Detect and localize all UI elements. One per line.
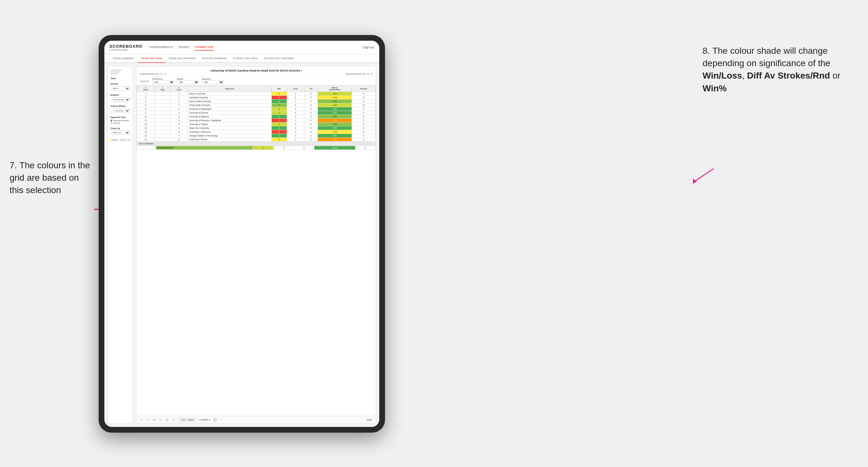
undo-btn[interactable]: ↩ [140,418,143,422]
cell-opponent: University of Alabama [188,115,272,119]
cell-win: 4 [271,103,287,107]
sub-nav-player-h2h-heatmap[interactable]: PLAYER H2H HEATMAP [260,54,297,62]
school-select[interactable]: 1. University of Nort... [111,108,130,113]
cell-conf: 1 [170,92,187,96]
cell-loss: 0 [287,107,304,111]
sidebar-school-section: School (Rank) 1. University of Nort... [111,105,130,113]
cell-win: 2 [271,92,287,96]
step-back-btn[interactable]: ⟵ [152,418,157,422]
cell-opponent: Arizona State University [188,100,272,103]
legend-up-dot [126,138,127,142]
share-btn[interactable]: Share [367,418,373,421]
view-original-btn[interactable]: View: Original [179,418,197,422]
table-row: 6 2 Florida State University 4 2 0 1.83 … [137,103,376,107]
nav-links: TOURNAMENTS TEAMS COMMITTEE [149,44,356,51]
cell-loss: 1 [287,130,304,134]
cell-loss: 1 [287,92,304,96]
table-row: 4 - 1 Arizona State University 5 1 0 2.2… [137,100,376,103]
legend-down-label: Down [112,139,117,141]
division-select[interactable]: NCAA Division I [111,97,130,102]
cell-rank: 3 [137,96,155,100]
cell-rounds: 3 [351,119,375,122]
cell-diff: 9.00 [318,111,351,115]
cell-reg [155,134,170,138]
paste-btn[interactable]: 📋 [164,418,169,422]
cell-tie: 0 [304,103,317,107]
cell-win: 0 [271,130,287,134]
sub-nav-player-h2h-grid[interactable]: PLAYER H2H GRID [230,54,261,62]
eye-icon: 👁 [199,418,202,421]
region-filter: Region (All) [177,78,199,84]
conference-select[interactable]: (All) [152,80,174,84]
region-select[interactable]: (All) [177,80,199,84]
sidebar-colour-by-section: Colour by Win/Loss [111,127,130,135]
cell-tie: 0 [304,92,317,96]
nav-teams[interactable]: TEAMS [179,44,189,51]
cell-conf: 1 [170,126,187,130]
cell-conf: 5 [170,115,187,119]
legend-down-dot [111,138,111,142]
grid-title: University of North Carolina Head-to-Hea… [140,69,373,72]
redo-btn[interactable]: ↪ [146,418,149,422]
cell-loss: 0 [287,115,304,119]
sidebar-opponent-view-section: Opponent View Opponents Played Top 100 [111,116,130,124]
cell-opponent: Auburn University [188,92,272,96]
nav-tournaments[interactable]: TOURNAMENTS [149,44,173,51]
sub-nav: TEAM SUMMARY TEAM H2H GRID TEAM H2H HEAT… [104,54,379,63]
sidebar-gender-label: Gender [111,83,130,85]
sidebar-gender-section: Gender Men's [111,83,130,91]
cell-loss: 2 [287,103,304,107]
table-body: 2 - 1 Auburn University 2 1 0 1.67 9 3 2… [137,92,376,142]
comment-btn[interactable]: 💬 [213,418,217,422]
cell-reg [155,96,170,100]
cell-loss: 0 [287,134,304,138]
sub-nav-player-summary[interactable]: PLAYER SUMMARY [199,54,230,62]
sub-nav-team-summary[interactable]: TEAM SUMMARY [110,54,138,62]
cell-conf: 3 [170,111,187,115]
ood-reg [143,146,150,150]
opponent-select[interactable]: (All) [202,80,224,84]
radio-top100[interactable]: Top 100 [111,122,130,124]
cell-rank: 16 [137,138,155,142]
gender-select[interactable]: Men's [111,86,130,91]
clock-btn[interactable]: 🕐 [172,418,176,422]
grid-icon: :: [220,418,222,422]
copy-btn[interactable]: ⎘ [159,418,162,422]
legend-level-label: Level [120,139,124,141]
arrow-right-svg [690,165,715,185]
cell-diff: 4.50 [318,134,351,138]
cell-opponent: University of Florida [188,138,272,142]
cell-rounds: 17 [351,100,375,103]
cell-rank: 6 [137,103,155,107]
tablet-frame: SCOREBOARD Powered by clippd TOURNAMENTS… [99,35,385,433]
cell-diff: 2.28 [318,100,351,103]
cell-rounds: 12 [351,103,375,107]
sub-nav-team-h2h-heatmap[interactable]: TEAM H2H HEATMAP [165,54,199,62]
cell-rank: 13 [137,126,155,130]
watch-btn[interactable]: 👁 Watch ▾ [199,418,210,421]
cell-reg [155,115,170,119]
sub-nav-team-h2h-grid[interactable]: TEAM H2H GRID [138,54,165,63]
colour-by-select[interactable]: Win/Loss [111,130,130,135]
sign-out[interactable]: | Sign out [362,46,374,49]
table-row: 14 0 University of Oklahoma 0 1 0 -1.00 … [137,130,376,134]
cell-diff: -2.29 [318,96,351,100]
cell-loss: 0 [287,126,304,130]
legend-up-label: Up [128,139,130,141]
cell-diff: 3.67 [318,107,351,111]
cell-rounds: 9 [351,92,375,96]
radio-opponents-played-dot [111,120,112,122]
conference-filter: Conference (All) [152,78,174,84]
cell-opponent: Georgia Institute of Technology [188,134,272,138]
cell-win: 3 [271,126,287,130]
table-row: 15 4 Georgia Institute of Technology 5 0… [137,134,376,138]
cell-rounds: 3 [351,107,375,111]
ood-win: 1 [253,146,273,150]
cell-conf: 2 [170,107,187,111]
cell-tie: 0 [304,122,317,126]
nav-committee[interactable]: COMMITTEE [195,44,214,51]
cell-rounds: 3 [351,122,375,126]
radio-opponents-played[interactable]: Opponents Played [111,120,130,122]
cell-tie: 0 [304,111,317,115]
cell-opponent: University of Washington [188,107,272,111]
